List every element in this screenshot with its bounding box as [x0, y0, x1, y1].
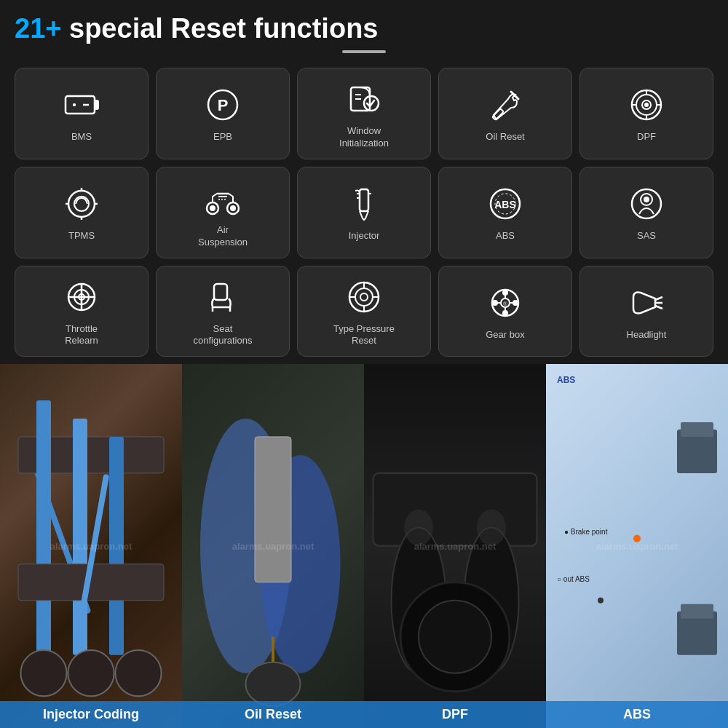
svg-rect-86: [373, 473, 537, 546]
page-title: 21+ special Reset functions: [15, 13, 713, 44]
suspension-icon: [202, 178, 243, 218]
battery-icon: [61, 84, 102, 125]
photo-abs: ABS ● Brake point ○ out ABS alarms.uapro…: [546, 364, 728, 728]
svg-point-85: [246, 662, 301, 706]
sas-icon: [626, 183, 667, 224]
svg-rect-76: [18, 564, 164, 601]
title-divider: [342, 50, 386, 53]
photo-label-dpf: DPF: [364, 701, 546, 728]
photo-label-oil: Oil Reset: [182, 701, 364, 728]
abs-map-label: ABS: [557, 375, 575, 385]
svg-point-92: [477, 510, 506, 546]
icon-grid: BMS P EPB: [15, 68, 713, 357]
card-label-abs: ABS: [496, 230, 515, 242]
card-label-injector: Injector: [349, 230, 380, 242]
brake-point-label: ● Brake point: [564, 528, 607, 536]
abs-icon: ABS: [485, 183, 526, 224]
card-label-headlight: Headlight: [627, 329, 667, 341]
no-abs-label: ○ out ABS: [557, 575, 590, 583]
svg-rect-73: [36, 400, 51, 655]
svg-point-15: [645, 103, 648, 106]
svg-point-77: [20, 650, 66, 696]
card-sas[interactable]: SAS: [579, 167, 713, 258]
svg-point-53: [360, 293, 368, 301]
card-label-sas: SAS: [637, 230, 656, 242]
svg-line-69: [655, 297, 662, 300]
card-epb[interactable]: P EPB: [156, 68, 290, 159]
injector-icon: [344, 183, 384, 224]
svg-rect-94: [681, 422, 713, 437]
photo-injector-coding: alarms.uapron.net Injector Coding: [0, 364, 182, 728]
oil-photo-bg: [182, 364, 364, 728]
photo-dpf: alarms.uapron.net DPF: [364, 364, 546, 728]
card-abs[interactable]: ABS ABS: [438, 167, 572, 258]
card-label-type-pressure: Type PressureReset: [333, 323, 395, 348]
svg-point-78: [68, 650, 114, 696]
photo-section: alarms.uapron.net Injector Coding: [0, 364, 728, 728]
svg-point-52: [355, 288, 373, 306]
page-title-text: special Reset functions: [61, 13, 378, 44]
svg-rect-74: [73, 419, 87, 655]
svg-point-27: [210, 206, 215, 210]
injector-photo-bg: [0, 364, 182, 728]
svg-rect-48: [214, 284, 227, 300]
dpf-photo-bg: [364, 364, 546, 728]
card-seat[interactable]: Seatconfigurations: [156, 266, 290, 357]
svg-text:ABS: ABS: [494, 199, 516, 210]
svg-rect-82: [255, 437, 291, 582]
svg-point-91: [404, 510, 433, 546]
card-window[interactable]: WindowInitialization: [297, 68, 431, 159]
card-air-suspension[interactable]: AirSuspension: [156, 167, 290, 258]
card-headlight[interactable]: Headlight: [579, 266, 713, 357]
card-label-gearbox: Gear box: [486, 329, 524, 341]
svg-point-79: [115, 650, 161, 696]
svg-point-20: [68, 191, 95, 217]
svg-point-42: [644, 197, 649, 202]
photo-label-abs: ABS: [546, 701, 728, 728]
card-label-tpms: TPMS: [68, 230, 95, 242]
tpms-icon: [61, 183, 102, 224]
svg-text:®: ®: [503, 301, 507, 307]
seat-icon: [202, 277, 243, 317]
page-wrapper: 21+ special Reset functions BMS: [0, 0, 728, 728]
gearbox-icon: ®: [485, 282, 526, 323]
card-label-window: WindowInitialization: [339, 125, 389, 150]
header: 21+ special Reset functions: [0, 0, 728, 60]
svg-point-98: [598, 598, 604, 604]
highlight-number: 21+: [15, 13, 61, 44]
svg-rect-11: [492, 109, 504, 121]
card-label-bms: BMS: [71, 131, 92, 143]
grid-section: BMS P EPB: [0, 60, 728, 364]
card-injector[interactable]: Injector: [297, 167, 431, 258]
card-tpms[interactable]: TPMS: [15, 167, 149, 258]
svg-text:P: P: [218, 96, 229, 114]
injector-visual: [0, 364, 182, 728]
card-label-oil-reset: Oil Reset: [486, 131, 524, 143]
card-bms[interactable]: BMS: [15, 68, 149, 159]
headlight-icon: [626, 282, 667, 323]
svg-point-29: [231, 206, 235, 210]
svg-point-97: [633, 535, 641, 542]
card-gearbox[interactable]: ® Gear box: [438, 266, 572, 357]
tools-icon: [485, 84, 526, 125]
svg-rect-75: [109, 437, 124, 655]
card-throttle[interactable]: ThrottleRelearn: [15, 266, 149, 357]
svg-line-71: [655, 306, 662, 309]
photo-label-injector: Injector Coding: [0, 701, 182, 728]
card-type-pressure[interactable]: Type PressureReset: [297, 266, 431, 357]
card-oil-reset[interactable]: Oil Reset: [438, 68, 572, 159]
card-label-dpf: DPF: [637, 131, 656, 143]
oil-visual: [182, 364, 364, 728]
photo-oil-reset: alarms.uapron.net Oil Reset: [182, 364, 364, 728]
svg-point-90: [419, 601, 491, 673]
svg-rect-1: [95, 100, 98, 109]
svg-rect-0: [66, 96, 95, 114]
pressure-icon: [344, 277, 384, 317]
dpf-icon: [626, 84, 667, 125]
card-dpf[interactable]: DPF: [579, 68, 713, 159]
parking-icon: P: [202, 84, 243, 125]
throttle-icon: [61, 277, 102, 317]
card-label-throttle: ThrottleRelearn: [65, 323, 98, 348]
card-label-seat: Seatconfigurations: [194, 323, 253, 348]
svg-rect-96: [681, 604, 713, 619]
